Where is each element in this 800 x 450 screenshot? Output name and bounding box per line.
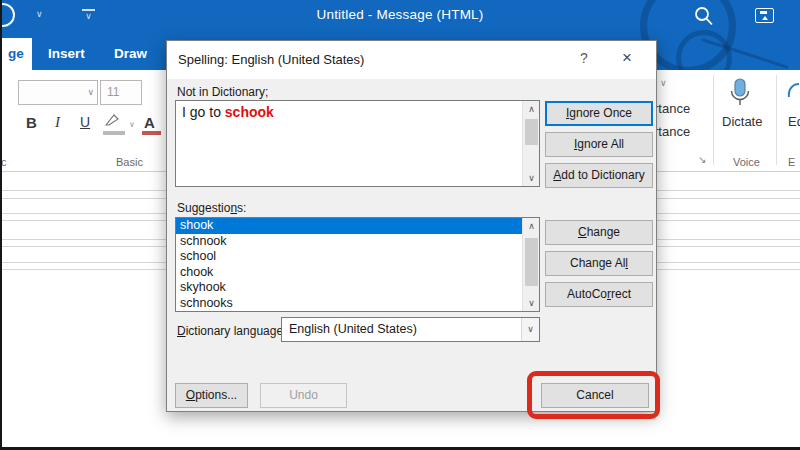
highlight-color-bar xyxy=(103,131,125,135)
not-in-dictionary-textbox[interactable]: I go to schook ∧ ∨ xyxy=(175,100,540,187)
font-color-bar xyxy=(142,131,161,135)
change-button[interactable]: Change xyxy=(545,220,653,245)
scroll-down-icon[interactable]: ∨ xyxy=(523,298,540,308)
font-size-combobox[interactable]: 11 xyxy=(100,80,142,105)
tab-insert[interactable]: Insert xyxy=(34,38,99,70)
high-importance-button[interactable]: rtance xyxy=(654,101,690,116)
textbox-scrollbar[interactable]: ∧ ∨ xyxy=(522,101,539,186)
misspelled-word: schook xyxy=(225,104,274,120)
window-popout-icon[interactable] xyxy=(755,8,774,23)
dictionary-language-value: English (United States) xyxy=(289,322,417,336)
microphone-icon[interactable] xyxy=(728,78,752,114)
close-icon[interactable]: × xyxy=(616,48,638,68)
list-scrollbar[interactable]: ∧ ∨ xyxy=(522,218,539,311)
chevron-down-icon[interactable]: ∨ xyxy=(129,120,135,129)
scrollbar-thumb[interactable] xyxy=(525,238,538,286)
add-to-dictionary-button[interactable]: Add to Dictionary xyxy=(545,163,653,188)
underline-button[interactable]: U xyxy=(80,114,90,130)
dictionary-language-label: Dictionary language: xyxy=(177,324,286,338)
scrollbar-thumb[interactable] xyxy=(525,119,538,145)
tab-draw[interactable]: Draw xyxy=(100,38,161,70)
window-title: Untitled - Message (HTML) xyxy=(0,7,800,22)
scroll-up-icon[interactable]: ∧ xyxy=(523,221,540,231)
ignore-all-button[interactable]: Ignore All xyxy=(545,132,653,157)
ribbon-separator xyxy=(776,75,777,165)
sentence-text: I go to schook xyxy=(182,104,274,120)
search-icon[interactable] xyxy=(693,6,715,32)
editor-pen-icon[interactable] xyxy=(786,82,800,104)
list-item[interactable]: chook xyxy=(176,265,523,281)
basic-text-group-label: Basic xyxy=(116,156,143,168)
scroll-up-icon[interactable]: ∧ xyxy=(523,104,540,114)
dictionary-language-select[interactable]: English (United States) ∨ xyxy=(281,317,540,342)
options-button[interactable]: Options... xyxy=(175,383,248,408)
scroll-down-icon[interactable]: ∨ xyxy=(523,173,540,183)
list-item[interactable]: shook xyxy=(176,218,523,234)
chevron-down-icon[interactable]: ∨ xyxy=(660,78,667,88)
editor-button[interactable]: Ed xyxy=(788,114,800,129)
sentence-prefix: I go to xyxy=(182,104,225,120)
chevron-down-icon[interactable]: ∨ xyxy=(87,87,94,97)
font-name-combobox[interactable]: ∨ xyxy=(18,80,98,105)
autocorrect-button[interactable]: AutoCorrect xyxy=(545,282,653,307)
suggestions-label: Suggestions: xyxy=(177,201,246,215)
window-left-border xyxy=(0,0,2,450)
red-highlight-annotation xyxy=(527,371,660,419)
editor-group-label: E xyxy=(788,156,795,168)
highlight-pen-icon[interactable] xyxy=(103,112,121,132)
ribbon-separator xyxy=(713,75,714,165)
dictate-button[interactable]: Dictate xyxy=(722,114,762,129)
tab-message[interactable]: ge xyxy=(0,38,32,70)
change-all-button[interactable]: Change All xyxy=(545,251,653,276)
help-button[interactable]: ? xyxy=(574,50,594,66)
list-item[interactable]: schnooks xyxy=(176,296,523,312)
not-in-dictionary-label: Not in Dictionary; xyxy=(177,85,268,99)
voice-group-label: Voice xyxy=(733,156,760,168)
titlebar: ∨ ∨ Untitled - Message (HTML) xyxy=(0,0,800,30)
outlook-message-window: ∨ ∨ Untitled - Message (HTML) ge Insert … xyxy=(0,0,800,450)
chevron-down-icon[interactable]: ∨ xyxy=(521,318,539,341)
suggestions-listbox[interactable]: shook schnook school chook skyhook schno… xyxy=(175,217,540,312)
italic-button[interactable]: I xyxy=(55,114,60,131)
dialog-title: Spelling: English (United States) xyxy=(178,52,364,67)
dialog-launcher-icon[interactable]: ↘ xyxy=(698,154,706,165)
list-item[interactable]: school xyxy=(176,249,523,265)
undo-button: Undo xyxy=(260,383,347,408)
list-item[interactable]: schnook xyxy=(176,234,523,250)
bold-button[interactable]: B xyxy=(26,114,37,131)
font-color-button[interactable]: A xyxy=(144,114,155,131)
ignore-once-button[interactable]: Ignore Once xyxy=(545,101,653,126)
dialog-titlebar[interactable]: Spelling: English (United States) ? × xyxy=(167,41,656,79)
low-importance-button[interactable]: rtance xyxy=(654,124,690,139)
list-item[interactable]: skyhook xyxy=(176,280,523,296)
spelling-dialog: Spelling: English (United States) ? × No… xyxy=(166,40,657,412)
